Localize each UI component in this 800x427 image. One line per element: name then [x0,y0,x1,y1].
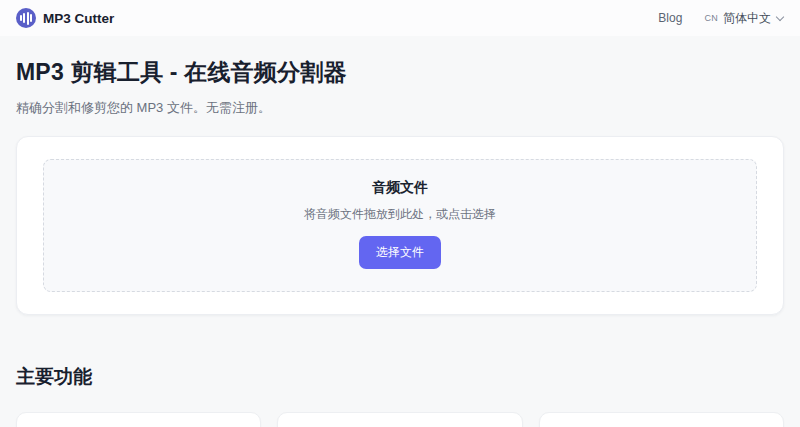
waveform-logo-icon [16,8,36,28]
feature-card-waveform-visualization: 波形可视化 波形显示帮助您识别精确的剪辑点。直观的界面使您能轻松选择完美的音频片… [277,412,522,427]
features-heading: 主要功能 [16,364,784,390]
brand-name: MP3 Cutter [43,11,114,26]
feature-card-instant-download: 即时下载 立即处理您的 MP3 文件并下载。无需等待，无水印，无质量损失。 [539,412,784,427]
page-subtitle: 精确分割和修剪您的 MP3 文件。无需注册。 [16,99,784,117]
language-label: 简体中文 [723,10,771,27]
page-title: MP3 剪辑工具 - 在线音频分割器 [16,57,784,88]
language-selector[interactable]: CN 简体中文 [704,10,784,27]
language-code: CN [704,13,718,23]
chevron-down-icon [776,12,784,20]
blog-link[interactable]: Blog [658,11,682,25]
choose-file-button[interactable]: 选择文件 [359,236,441,269]
header-actions: Blog CN 简体中文 [658,10,784,27]
brand-logo-link[interactable]: MP3 Cutter [16,8,114,28]
dropzone-title: 音频文件 [54,179,746,197]
features-grid: 精确剪辑 我们的 MP3 剪辑工具提供毫秒级精度，确保准确的音频分割。非常适合制… [16,412,784,427]
feature-card-precise-cutting: 精确剪辑 我们的 MP3 剪辑工具提供毫秒级精度，确保准确的音频分割。非常适合制… [16,412,261,427]
dropzone-hint: 将音频文件拖放到此处，或点击选择 [54,206,746,223]
audio-dropzone[interactable]: 音频文件 将音频文件拖放到此处，或点击选择 选择文件 [43,159,757,292]
main-content: MP3 剪辑工具 - 在线音频分割器 精确分割和修剪您的 MP3 文件。无需注册… [0,57,800,427]
top-header: MP3 Cutter Blog CN 简体中文 [0,0,800,36]
upload-card: 音频文件 将音频文件拖放到此处，或点击选择 选择文件 [16,136,784,315]
